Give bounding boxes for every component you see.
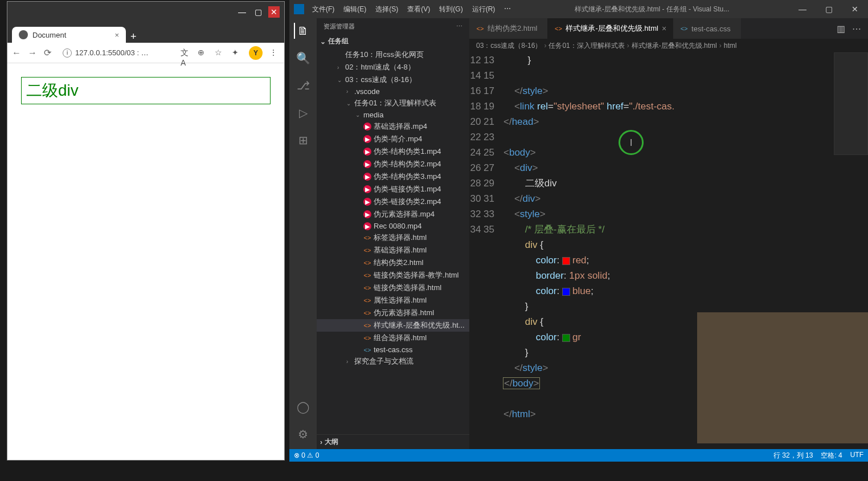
forward-button[interactable]: → <box>28 48 37 58</box>
project-section[interactable]: ⌄ 任务组 <box>317 34 469 48</box>
zoom-icon[interactable]: ⊕ <box>198 48 208 58</box>
source-control-icon[interactable]: ⎇ <box>295 78 311 93</box>
tree-item[interactable]: <>test-cas.css <box>317 344 469 355</box>
line-gutter: 12 13 14 15 16 17 18 19 20 21 22 23 24 2… <box>469 52 503 449</box>
reload-button[interactable]: ⟳ <box>44 47 51 58</box>
gear-icon[interactable]: ⚙ <box>295 426 311 442</box>
tree-item[interactable]: <>基础选择器.html <box>317 244 469 256</box>
tree-item[interactable]: ▶伪类-结构伪类1.mp4 <box>317 145 469 158</box>
breadcrumb-item[interactable]: 03：css速成（8-16） <box>476 41 542 51</box>
tree-item[interactable]: ▶伪类-简介.mp4 <box>317 133 469 145</box>
search-icon[interactable]: 🔍 <box>295 50 311 66</box>
demo-div: 二级div <box>21 77 271 104</box>
tree-item[interactable]: ▶伪类-结构伪类2.mp4 <box>317 158 469 170</box>
tree-item[interactable]: ▶伪类-链接伪类1.mp4 <box>317 183 469 195</box>
browser-tab[interactable]: Document × <box>12 27 126 43</box>
chevron-icon: › <box>337 64 343 71</box>
status-spaces[interactable]: 空格: 4 <box>821 451 842 460</box>
explorer-icon[interactable]: 🗎 <box>294 23 311 39</box>
more-icon[interactable]: ⋯ <box>456 23 462 30</box>
tree-item-label: 伪类-结构伪类1.mp4 <box>374 146 441 157</box>
file-icon: <> <box>363 346 371 354</box>
translate-icon[interactable]: 文A <box>181 48 191 58</box>
minimap[interactable] <box>834 52 868 155</box>
tree-item[interactable]: ▶Rec 0080.mp4 <box>317 221 469 231</box>
file-icon: <> <box>363 296 371 304</box>
maximize-button[interactable]: ▢ <box>816 5 842 14</box>
tree-item-label: 任务01：深入理解样式表 <box>354 98 436 108</box>
tab-close-icon[interactable]: × <box>662 24 666 33</box>
tree-item-label: 样式继承-层叠和优先级.ht... <box>374 320 465 331</box>
tree-item[interactable]: ⌄media <box>317 109 469 120</box>
separator-icon: › <box>719 42 722 50</box>
extensions-icon[interactable]: ✦ <box>232 48 242 58</box>
chevron-right-icon: › <box>320 438 322 446</box>
tree-item[interactable]: ▶基础选择器.mp4 <box>317 120 469 133</box>
editor-tab[interactable]: <>样式继承-层叠和优先级.html× <box>547 18 673 39</box>
tree-item[interactable]: ▶伪类-结构伪类3.mp4 <box>317 170 469 183</box>
extensions-icon[interactable]: ⊞ <box>295 132 311 148</box>
minimize-button[interactable]: — <box>236 6 248 18</box>
breadcrumb-item[interactable]: 任务01：深入理解样式表 <box>548 41 624 51</box>
debug-icon[interactable]: ▷ <box>295 105 311 121</box>
tree-item[interactable]: ⌄03：css速成（8-16） <box>317 74 469 86</box>
activity-bar: 🗎 🔍 ⎇ ▷ ⊞ ◯ ⚙ <box>289 18 317 449</box>
tree-item[interactable]: ›02：html速成（4-8） <box>317 61 469 74</box>
status-position[interactable]: 行 32，列 13 <box>773 451 813 460</box>
menu-item[interactable]: 运行(R) <box>469 3 499 15</box>
tab-label: 样式继承-层叠和优先级.html <box>566 23 658 34</box>
tree-item[interactable]: <>链接伪类选择器-教学.html <box>317 269 469 282</box>
tree-item[interactable]: ⌄任务01：深入理解样式表 <box>317 97 469 109</box>
breadcrumb-item[interactable]: html <box>724 42 737 50</box>
close-button[interactable]: ✕ <box>842 5 868 14</box>
outline-section[interactable]: › 大纲 <box>317 434 469 449</box>
minimize-button[interactable]: — <box>789 5 816 14</box>
split-icon[interactable]: ▥ <box>837 23 845 34</box>
url-bar[interactable]: i 127.0.0.1:5500/03 : … <box>58 46 174 60</box>
menu-item[interactable]: 查看(V) <box>404 3 433 15</box>
editor-tab[interactable]: <>test-cas.css <box>673 18 741 39</box>
file-icon: <> <box>363 259 371 267</box>
file-icon: ▶ <box>363 135 371 143</box>
tree-item[interactable]: <>组合选择器.html <box>317 332 469 344</box>
tree-item-label: 组合选择器.html <box>374 333 427 343</box>
tree-item[interactable]: 任务10：用css美化网页 <box>317 48 469 61</box>
tree-item[interactable]: ›探究盒子与文档流 <box>317 355 469 368</box>
breadcrumb-item[interactable]: 样式继承-层叠和优先级.html <box>632 41 717 51</box>
maximize-button[interactable]: ▢ <box>252 6 264 18</box>
account-icon[interactable]: ◯ <box>295 399 311 415</box>
tree-item[interactable]: <>属性选择器.html <box>317 294 469 307</box>
breadcrumb[interactable]: 03：css速成（8-16）›任务01：深入理解样式表›样式继承-层叠和优先级.… <box>469 39 868 52</box>
editor-tab[interactable]: <>结构伪类2.html <box>469 18 547 39</box>
tree-item[interactable]: <>链接伪类选择器.html <box>317 282 469 294</box>
avatar[interactable]: Y <box>249 46 263 60</box>
browser-window: — ▢ ✕ Document × + ← → ⟳ i 127.0.0.1:550… <box>7 1 285 460</box>
menu-item[interactable]: 选择(S) <box>372 3 402 15</box>
tree-item[interactable]: <>样式继承-层叠和优先级.ht... <box>317 319 469 332</box>
tree-item-label: 伪类-链接伪类2.mp4 <box>374 197 441 207</box>
menu-item[interactable]: 转到(G) <box>436 3 466 15</box>
tree-item[interactable]: <>结构伪类2.html <box>317 256 469 269</box>
tree-item[interactable]: <>伪元素选择器.html <box>317 307 469 319</box>
file-icon: <> <box>554 25 562 32</box>
url-text: 127.0.0.1:5500/03 : … <box>75 48 149 57</box>
status-errors[interactable]: ⊗ 0 ⚠ 0 <box>294 451 319 459</box>
back-button[interactable]: ← <box>12 48 21 58</box>
tree-item[interactable]: ▶伪元素选择器.mp4 <box>317 208 469 221</box>
new-tab-button[interactable]: + <box>130 31 137 43</box>
menu-item[interactable]: ⋯ <box>501 3 514 15</box>
menu-icon[interactable]: ⋮ <box>269 48 280 58</box>
status-encoding[interactable]: UTF <box>850 451 863 460</box>
more-icon[interactable]: ⋯ <box>852 23 861 34</box>
menu-item[interactable]: 编辑(E) <box>340 3 370 15</box>
menu-item[interactable]: 文件(F) <box>309 3 338 15</box>
tree-item[interactable]: <>标签选择器.html <box>317 231 469 244</box>
tree-item-label: 伪元素选择器.html <box>374 308 434 318</box>
tree-item[interactable]: ▶伪类-链接伪类2.mp4 <box>317 195 469 208</box>
globe-icon <box>19 30 28 39</box>
bookmark-icon[interactable]: ☆ <box>215 48 225 58</box>
close-button[interactable]: ✕ <box>268 6 280 18</box>
tree-item-label: 基础选择器.mp4 <box>374 121 427 132</box>
tab-close-icon[interactable]: × <box>114 31 119 39</box>
tree-item[interactable]: ›.vscode <box>317 86 469 97</box>
